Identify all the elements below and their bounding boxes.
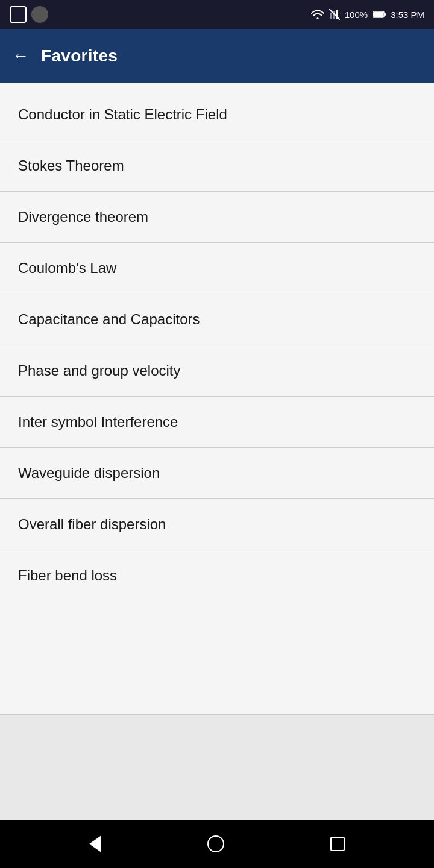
back-arrow-icon: ←	[12, 46, 29, 66]
ad-banner	[0, 714, 434, 820]
recents-square-icon	[330, 837, 345, 851]
back-triangle-icon	[89, 835, 101, 852]
favorites-list: Conductor in Static Electric FieldStokes…	[0, 83, 434, 714]
nav-back-button[interactable]	[89, 835, 101, 852]
list-item[interactable]: Phase and group velocity	[0, 345, 434, 397]
list-item[interactable]: Inter symbol Interference	[0, 397, 434, 448]
signal-icon	[329, 9, 340, 20]
list-item-label: Overall fiber dispersion	[18, 516, 166, 532]
list-item[interactable]: Capacitance and Capacitors	[0, 294, 434, 345]
nav-bar	[0, 820, 434, 868]
svg-rect-5	[373, 12, 383, 17]
list-item-label: Capacitance and Capacitors	[18, 311, 200, 327]
header: ← Favorites	[0, 29, 434, 83]
list-item-label: Waveguide dispersion	[18, 465, 160, 481]
nav-recents-button[interactable]	[330, 837, 345, 851]
wifi-icon	[311, 10, 324, 19]
list-item-label: Phase and group velocity	[18, 362, 181, 379]
list-item[interactable]: Fiber bend loss	[0, 550, 434, 601]
battery-percentage: 100%	[345, 10, 368, 20]
list-item-label: Conductor in Static Electric Field	[18, 106, 227, 122]
status-bar-right: 100% 3:53 PM	[311, 9, 424, 20]
list-item-label: Fiber bend loss	[18, 567, 117, 583]
nav-home-button[interactable]	[207, 835, 224, 852]
home-circle-icon	[207, 835, 224, 852]
list-item[interactable]: Overall fiber dispersion	[0, 499, 434, 550]
svg-rect-6	[384, 13, 386, 16]
list-item[interactable]: Coulomb's Law	[0, 243, 434, 294]
list-item-label: Divergence theorem	[18, 209, 148, 225]
back-button[interactable]: ←	[12, 46, 29, 66]
list-item-label: Stokes Theorem	[18, 157, 124, 174]
time-display: 3:53 PM	[391, 10, 424, 20]
status-bar: 100% 3:53 PM	[0, 0, 434, 29]
page-title: Favorites	[41, 46, 118, 66]
list-item[interactable]: Waveguide dispersion	[0, 448, 434, 499]
battery-icon	[373, 11, 386, 18]
svg-rect-0	[330, 13, 332, 19]
status-bar-left	[10, 6, 48, 23]
list-item[interactable]: Stokes Theorem	[0, 140, 434, 192]
list-item-label: Coulomb's Law	[18, 260, 116, 276]
list-item-label: Inter symbol Interference	[18, 414, 178, 430]
list-item[interactable]: Divergence theorem	[0, 192, 434, 243]
list-item[interactable]: Conductor in Static Electric Field	[0, 89, 434, 140]
status-icon	[31, 6, 48, 23]
app-icon	[10, 6, 27, 23]
